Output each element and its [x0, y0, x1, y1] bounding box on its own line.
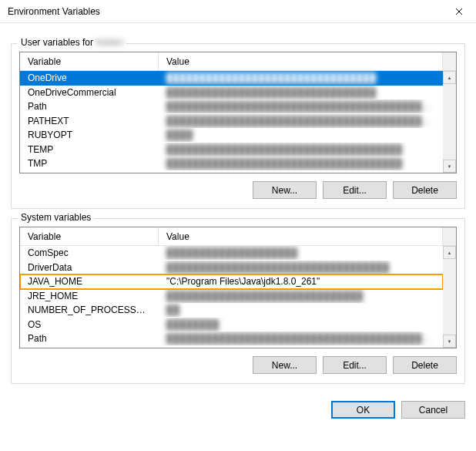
cell-value: ████████████████████████████████████	[159, 143, 443, 157]
system-delete-button[interactable]: Delete	[393, 356, 457, 374]
user-legend: User variables for hidden	[18, 37, 126, 48]
cell-variable: OneDriveCommercial	[20, 86, 159, 99]
user-col-value[interactable]: Value	[159, 52, 443, 70]
table-row[interactable]: Path████████████████████████████████████…	[20, 332, 443, 346]
user-scrollbar[interactable]: ▲ ▼	[443, 71, 456, 173]
cell-variable: NUMBER_OF_PROCESSORS	[20, 303, 159, 317]
cell-variable: RUBYOPT	[20, 128, 159, 142]
system-scrollbar[interactable]: ▲ ▼	[443, 246, 456, 348]
user-delete-button[interactable]: Delete	[393, 181, 457, 199]
scroll-track[interactable]	[443, 259, 456, 335]
cell-value: ████████████████████████████████	[159, 86, 443, 99]
table-row[interactable]: JRE_HOME██████████████████████████████	[20, 289, 443, 304]
system-table-body[interactable]: ComSpec████████████████████DriverData███…	[20, 246, 443, 348]
cell-variable: TEMP	[20, 143, 159, 157]
system-button-row: New... Edit... Delete	[19, 356, 457, 374]
user-variables-group: User variables for hidden Variable Value…	[11, 43, 465, 209]
system-table-header: Variable Value	[20, 227, 456, 246]
cell-variable: ComSpec	[20, 246, 159, 260]
user-button-row: New... Edit... Delete	[19, 181, 457, 199]
ok-button[interactable]: OK	[331, 401, 395, 419]
cell-value: ████████████████████	[159, 246, 443, 260]
cell-variable: OneDrive	[20, 71, 159, 85]
system-legend: System variables	[18, 212, 94, 223]
cell-value: "C:\Program Files\Java\jdk1.8.0_261"	[159, 274, 443, 288]
table-row[interactable]: TMP████████████████████████████████████	[20, 157, 443, 171]
cell-variable: JAVA_HOME	[20, 274, 159, 288]
cell-value: ████████████████████████████████████████…	[159, 332, 443, 345]
cell-value: ████████████████████████████████	[159, 71, 443, 85]
system-table: Variable Value ComSpec██████████████████…	[19, 227, 457, 348]
table-row[interactable]: ComSpec████████████████████	[20, 246, 443, 261]
user-legend-text: User variables for	[21, 37, 93, 48]
cell-variable: PATHEXT	[20, 114, 159, 128]
dialog-content: User variables for hidden Variable Value…	[0, 23, 476, 395]
scroll-down-icon[interactable]: ▼	[443, 335, 456, 348]
dialog-button-row: OK Cancel	[0, 395, 476, 428]
user-col-variable[interactable]: Variable	[20, 52, 159, 70]
user-edit-button[interactable]: Edit...	[323, 181, 387, 199]
cell-value: ██	[159, 303, 443, 317]
table-row[interactable]: JAVA_HOME"C:\Program Files\Java\jdk1.8.0…	[20, 274, 443, 289]
system-scroll-head	[443, 227, 456, 245]
cancel-button[interactable]: Cancel	[401, 401, 465, 419]
user-table: Variable Value OneDrive█████████████████…	[19, 52, 457, 173]
user-table-header: Variable Value	[20, 52, 456, 71]
cell-value: ████	[159, 128, 443, 142]
cell-variable: OS	[20, 318, 159, 332]
system-edit-button[interactable]: Edit...	[323, 356, 387, 374]
table-row[interactable]: OS████████	[20, 318, 443, 332]
cell-value: ██████████████████████████████████	[159, 261, 443, 274]
cell-value: ████████	[159, 318, 443, 332]
scroll-down-icon[interactable]: ▼	[443, 160, 456, 173]
system-col-value[interactable]: Value	[159, 227, 443, 245]
cell-value: ██████████████████████████████	[159, 289, 443, 303]
close-icon	[455, 8, 463, 15]
system-col-variable[interactable]: Variable	[20, 227, 159, 245]
table-row[interactable]: TEMP████████████████████████████████████	[20, 143, 443, 157]
user-table-body[interactable]: OneDrive████████████████████████████████…	[20, 71, 443, 173]
scroll-up-icon[interactable]: ▲	[443, 246, 456, 259]
table-row[interactable]: OneDriveCommercial██████████████████████…	[20, 86, 443, 100]
table-row[interactable]: NUMBER_OF_PROCESSORS██	[20, 303, 443, 318]
table-row[interactable]: DriverData██████████████████████████████…	[20, 261, 443, 275]
cell-variable: JRE_HOME	[20, 289, 159, 303]
window-title: Environment Variables	[8, 6, 441, 17]
scroll-track[interactable]	[443, 84, 456, 160]
cell-variable: DriverData	[20, 261, 159, 274]
user-new-button[interactable]: New...	[253, 181, 317, 199]
system-new-button[interactable]: New...	[253, 356, 317, 374]
table-row[interactable]: OneDrive████████████████████████████████	[20, 71, 443, 86]
titlebar: Environment Variables	[0, 0, 476, 23]
cell-variable: Path	[20, 332, 159, 345]
table-row[interactable]: RUBYOPT████	[20, 128, 443, 143]
close-button[interactable]	[441, 0, 476, 23]
cell-variable: Path	[20, 99, 159, 113]
scroll-up-icon[interactable]: ▲	[443, 71, 456, 84]
cell-value: ████████████████████████████████████	[159, 157, 443, 170]
table-row[interactable]: Path████████████████████████████████████…	[20, 99, 443, 114]
user-scroll-head	[443, 52, 456, 70]
cell-variable: TMP	[20, 157, 159, 170]
table-row[interactable]: PATHEXT█████████████████████████████████…	[20, 114, 443, 129]
user-legend-user: hidden	[96, 37, 123, 48]
system-variables-group: System variables Variable Value ComSpec█…	[11, 218, 465, 384]
cell-value: ████████████████████████████████████████…	[159, 99, 443, 113]
cell-value: ████████████████████████████████████████…	[159, 114, 443, 128]
